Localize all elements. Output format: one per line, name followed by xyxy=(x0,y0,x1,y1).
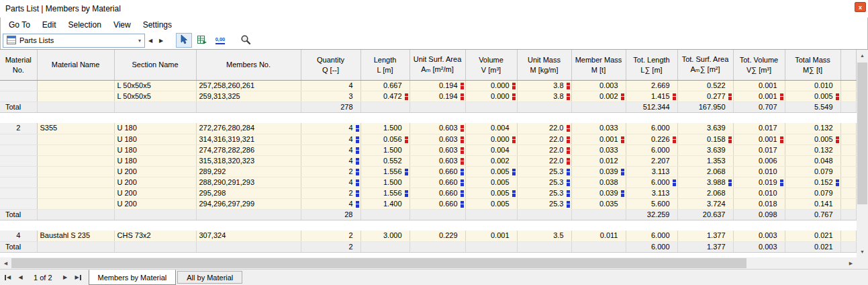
cell[interactable]: 4 xyxy=(0,231,37,241)
column-header[interactable]: Tot. Surf. AreaAₘ∑ [m²] xyxy=(677,50,733,80)
cell[interactable]: U 180 xyxy=(114,123,196,134)
cell[interactable]: 0.767 xyxy=(785,209,840,220)
cell[interactable]: U 180 xyxy=(114,155,196,166)
cell[interactable]: U 200 xyxy=(114,166,196,177)
cell[interactable]: 0.660 xyxy=(409,188,465,198)
cell[interactable]: 0.001 xyxy=(465,231,517,241)
cell[interactable] xyxy=(360,209,409,220)
tab-members-by-material[interactable]: Members by Material xyxy=(89,270,177,285)
cell[interactable]: 0.017 xyxy=(733,145,785,155)
cell[interactable] xyxy=(465,241,517,252)
cell[interactable] xyxy=(0,91,37,101)
cell[interactable] xyxy=(0,134,37,145)
cell[interactable]: 6.000 xyxy=(626,177,677,188)
cell[interactable] xyxy=(196,209,301,220)
cell[interactable] xyxy=(37,209,114,220)
cell[interactable]: U 180 xyxy=(114,134,196,145)
cell[interactable]: 0.660 xyxy=(409,166,465,177)
cell[interactable]: 289,292 xyxy=(196,166,301,177)
cell[interactable]: 2 xyxy=(0,123,37,134)
vertical-scrollbar[interactable]: ▲ ▼ xyxy=(857,49,868,257)
cell[interactable]: 0.603 xyxy=(409,145,465,155)
cell[interactable]: 4 xyxy=(301,145,360,155)
column-header[interactable]: Tot. LengthL∑ [m] xyxy=(626,50,677,80)
cell[interactable]: 0.522 xyxy=(677,80,733,91)
cell[interactable]: 0.019 xyxy=(733,177,785,188)
cell[interactable]: 315,318,320,323 xyxy=(196,155,301,166)
cell[interactable] xyxy=(409,209,465,220)
cell[interactable]: 288,290,291,293 xyxy=(196,177,301,188)
cell[interactable]: 32.259 xyxy=(626,209,677,220)
cell[interactable]: 4 xyxy=(301,134,360,145)
export-excel-button[interactable] xyxy=(194,33,210,48)
column-header[interactable]: MaterialNo. xyxy=(0,50,37,80)
horizontal-scroll-thumb[interactable] xyxy=(11,258,746,268)
cell[interactable]: 1.377 xyxy=(677,241,733,252)
menu-edit[interactable]: Edit xyxy=(36,18,62,32)
cell[interactable]: 4 xyxy=(301,155,360,166)
cell[interactable]: 0.158 xyxy=(677,134,733,145)
cell[interactable]: 3.639 xyxy=(677,123,733,134)
cell[interactable]: 2.068 xyxy=(677,188,733,198)
search-button[interactable] xyxy=(238,33,254,48)
cell[interactable]: 1.556 xyxy=(360,166,409,177)
cell[interactable]: S355 xyxy=(37,123,114,134)
cell[interactable]: 294,296,297,299 xyxy=(196,198,301,209)
column-header[interactable]: Tot. VolumeV∑ [m³] xyxy=(733,50,785,80)
cell[interactable]: 0.079 xyxy=(785,188,840,198)
cell[interactable]: 3.639 xyxy=(677,145,733,155)
cell[interactable]: 2.068 xyxy=(677,166,733,177)
cell[interactable]: 272,276,280,284 xyxy=(196,123,301,134)
parts-lists-dropdown[interactable]: Parts Lists ▾ xyxy=(3,34,145,48)
cell[interactable]: 3.988 xyxy=(677,177,733,188)
cell[interactable]: 512.344 xyxy=(626,101,677,112)
cell[interactable]: 1.500 xyxy=(360,123,409,134)
cell[interactable]: 0.603 xyxy=(409,134,465,145)
tab-all-by-material[interactable]: All by Material xyxy=(177,271,242,284)
cell[interactable]: Baustahl S 235 xyxy=(37,231,114,241)
cell[interactable]: 0.603 xyxy=(409,155,465,166)
column-header[interactable]: Material Name xyxy=(37,50,114,80)
cell[interactable]: 0.006 xyxy=(733,155,785,166)
cell[interactable]: 2 xyxy=(301,188,360,198)
cell[interactable] xyxy=(571,101,626,112)
cell[interactable] xyxy=(37,177,114,188)
cell[interactable]: 295,298 xyxy=(196,188,301,198)
cell[interactable]: L 50x50x5 xyxy=(114,80,196,91)
cell[interactable]: Total xyxy=(0,209,37,220)
cell[interactable] xyxy=(37,155,114,166)
cell[interactable]: 0.010 xyxy=(733,188,785,198)
cell[interactable]: 0.003 xyxy=(733,231,785,241)
cell[interactable]: 0.048 xyxy=(785,155,840,166)
cell[interactable] xyxy=(517,101,571,112)
prev-page-button[interactable]: ◀ xyxy=(14,270,27,285)
cell[interactable]: 0.098 xyxy=(733,209,785,220)
cell[interactable]: 0.005 xyxy=(465,166,517,177)
cell[interactable]: 22.0 xyxy=(517,134,571,145)
cell[interactable]: 0.017 xyxy=(733,123,785,134)
cell[interactable]: 2.669 xyxy=(626,80,677,91)
cell[interactable]: 3 xyxy=(301,91,360,101)
cell[interactable] xyxy=(0,145,37,155)
cell[interactable]: 0.472 xyxy=(360,91,409,101)
cell[interactable]: U 200 xyxy=(114,198,196,209)
cell[interactable]: 0.132 xyxy=(785,145,840,155)
cell[interactable]: 0.012 xyxy=(571,155,626,166)
cell[interactable]: 5.600 xyxy=(626,198,677,209)
cell[interactable] xyxy=(0,166,37,177)
cell[interactable]: 0.005 xyxy=(785,91,840,101)
cell[interactable] xyxy=(465,209,517,220)
column-header[interactable]: Section Name xyxy=(114,50,196,80)
cell[interactable]: 2 xyxy=(301,166,360,177)
cell[interactable]: 0.001 xyxy=(733,80,785,91)
column-header[interactable]: QuantityQ [--] xyxy=(301,50,360,80)
cell[interactable]: 1.377 xyxy=(677,231,733,241)
cell[interactable] xyxy=(0,188,37,198)
cell[interactable]: 4 xyxy=(301,123,360,134)
cell[interactable]: 0.001 xyxy=(571,134,626,145)
menu-view[interactable]: View xyxy=(107,18,137,32)
cell[interactable]: 0.194 xyxy=(409,91,465,101)
cell[interactable]: L 50x50x5 xyxy=(114,91,196,101)
vertical-scroll-thumb[interactable] xyxy=(857,63,867,204)
cell[interactable]: 0.603 xyxy=(409,123,465,134)
